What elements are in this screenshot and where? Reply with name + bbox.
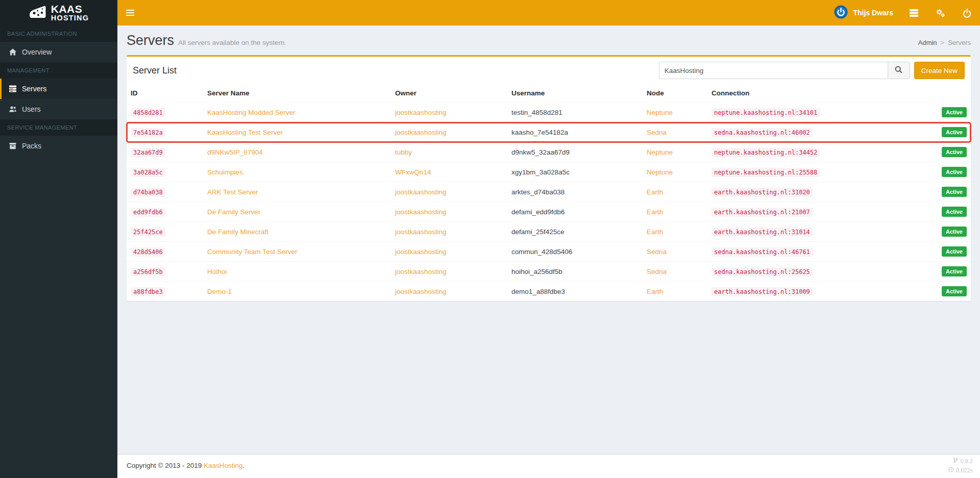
connection-address: neptune.kaashosting.nl:25588 [712,168,820,177]
panel-title: Server List [133,65,177,76]
page-title: Servers [127,33,174,48]
search-input[interactable] [659,62,888,79]
owner-link[interactable]: tubby [395,148,412,156]
server-id: 32aa67d9 [131,148,165,157]
connection-address: sedna.kaashosting.nl:25625 [712,267,813,276]
status-badge: Active [942,207,967,217]
status-badge: Active [942,187,967,197]
topbar: Thijs Dwars [117,0,980,26]
server-list-icon[interactable] [900,0,927,26]
render-time: 0.022s [956,466,973,475]
connection-address: earth.kaashosting.nl:31014 [712,228,813,237]
sidebar-item-overview[interactable]: Overview [0,42,117,62]
sidebar-item-label: Servers [22,85,46,93]
node-link[interactable]: Earth [647,288,663,295]
user-name: Thijs Dwars [853,9,893,17]
owner-link[interactable]: joostkaashosting [395,248,447,256]
server-id: 4858d281 [131,108,165,117]
connection-address: sedna.kaashosting.nl:46761 [712,247,813,257]
owner-link[interactable]: joostkaashosting [395,109,447,116]
owner-link[interactable]: joostkaashosting [395,268,447,275]
node-link[interactable]: Neptune [647,148,673,156]
username-text: kaasho_7e54182a [511,129,568,136]
footer: Copyright © 2013 - 2019 KaasHosting. 0.8… [117,454,980,478]
node-link[interactable]: Neptune [647,109,673,116]
sidebar-section-header: SERVICE MANAGEMENT [0,119,117,136]
power-icon[interactable] [953,0,980,26]
servers-icon [9,85,17,93]
user-menu[interactable]: Thijs Dwars [827,0,900,26]
owner-link[interactable]: joostkaashosting [395,228,447,236]
owner-link[interactable]: joostkaashosting [395,129,447,136]
connection-address: neptune.kaashosting.nl:34101 [712,108,820,117]
sidebar-section-header: MANAGEMENT [0,62,117,79]
git-branch-icon [953,457,959,466]
sidebar-item-servers[interactable]: Servers [0,79,117,99]
sidebar-item-users[interactable]: Users [0,99,117,119]
copyright-text: Copyright © 2013 - 2019 [127,462,202,469]
column-header: Connection [707,84,868,103]
server-name-link[interactable]: KaasHosting Test Server [207,129,283,136]
owner-link[interactable]: joostkaashosting [395,288,447,295]
breadcrumb-item-servers: Servers [948,39,971,46]
node-link[interactable]: Sedna [647,268,667,275]
breadcrumb-item-admin[interactable]: Admin [918,39,937,46]
owner-link[interactable]: joostkaashosting [395,208,447,216]
owner-link[interactable]: joostkaashosting [395,188,447,196]
search-button[interactable] [888,62,910,79]
server-name-link[interactable]: Demo-1 [207,288,232,295]
sidebar-item-label: Users [22,105,41,113]
username-text: d9nkw5_32aa67d9 [511,148,570,156]
node-link[interactable]: Sedna [647,248,667,256]
status-badge: Active [942,266,967,276]
server-id: 25f425ce [131,228,165,237]
server-name-link[interactable]: Hoihoi [207,268,227,275]
node-link[interactable]: Neptune [647,168,673,176]
node-link[interactable]: Sedna [647,129,667,136]
node-link[interactable]: Earth [647,188,663,196]
footer-brand-link[interactable]: KaasHosting [204,462,243,469]
username-text: commun_428d5406 [511,248,572,256]
server-id: 428d5406 [131,247,165,257]
server-name-link[interactable]: De Family Server [207,208,260,216]
brand-name: KAAS HOSTING [51,4,89,22]
node-link[interactable]: Earth [647,208,663,216]
server-list-panel: Server List Create New ID [127,55,971,301]
column-header: Owner [391,84,507,103]
server-name-link[interactable]: Schuimpies [207,168,243,176]
page-subtitle: All servers available on the system. [178,39,286,46]
sidebar-item-label: Overview [22,48,52,56]
server-row: 7e54182aKaasHosting Test Serverjoostkaas… [127,122,971,142]
server-name-link[interactable]: d9NKw5IP_87904 [207,148,263,156]
connection-address: earth.kaashosting.nl:31009 [712,287,813,296]
username-text: xgy1bm_3a028a5c [511,168,570,176]
status-badge: Active [942,127,967,137]
column-header: Node [643,84,707,103]
server-name-link[interactable]: KaasHosting Modded Server [207,109,296,116]
column-header: Username [507,84,643,103]
username-text: demo1_a88fdbe3 [511,288,565,295]
connection-address: sedna.kaashosting.nl:46002 [712,128,813,137]
username-text: defami_edd9fdb6 [511,208,565,216]
server-row: a88fdbe3Demo-1joostkaashostingdemo1_a88f… [127,282,971,301]
server-name-link[interactable]: Community Team Test Server [207,248,298,256]
username-text: defami_25f425ce [511,228,565,236]
node-link[interactable]: Earth [647,228,663,236]
server-name-link[interactable]: De Family Minecraft [207,228,268,236]
sidebar-toggle-hamburger-icon[interactable] [117,0,143,26]
sidebar-item-packs[interactable]: Packs [0,136,117,156]
status-badge: Active [942,246,967,257]
server-row: 4858d281KaasHosting Modded Serverjoostka… [127,103,971,122]
gears-icon[interactable] [927,0,953,26]
server-id: 3a028a5c [131,168,165,177]
create-new-button[interactable]: Create New [914,62,965,79]
brand-logo[interactable]: KAAS HOSTING [0,0,117,26]
breadcrumb: Admin>Servers [918,39,971,46]
server-name-link[interactable]: ARK Test Server [207,188,258,196]
owner-link[interactable]: WFxwQn14 [395,168,431,176]
username-text: testin_4858d281 [511,109,562,116]
user-avatar-power-icon [834,5,848,21]
footer-meta: 0.8.2 0.022s [948,457,973,475]
server-table: IDServer NameOwnerUsernameNodeConnection… [127,84,971,301]
status-badge: Active [942,286,967,296]
